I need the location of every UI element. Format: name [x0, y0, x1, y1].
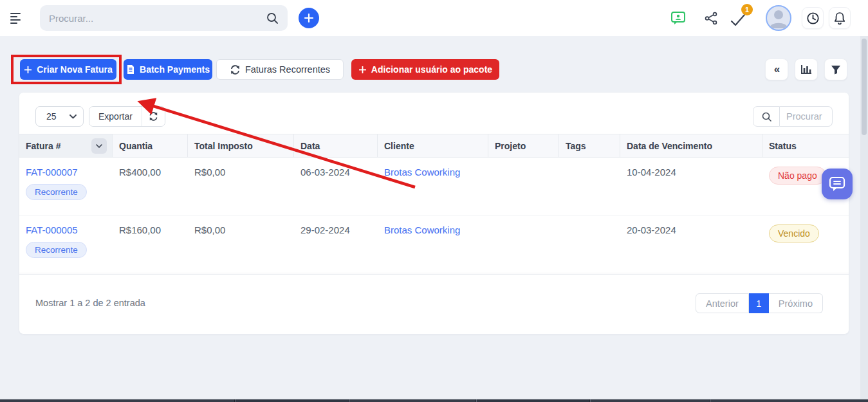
search-icon[interactable]: [266, 12, 279, 24]
todo-check-icon[interactable]: [730, 13, 746, 27]
create-invoice-button[interactable]: Criar Nova Fatura: [20, 59, 116, 80]
search-icon: [761, 111, 772, 122]
cell-client: Brotas Coworking: [378, 215, 488, 273]
share-icon[interactable]: [705, 12, 718, 25]
bell-icon: [833, 12, 846, 25]
client-link[interactable]: Brotas Coworking: [384, 224, 460, 235]
menu-icon[interactable]: [10, 13, 22, 23]
document-icon: [126, 64, 135, 75]
table-search-button[interactable]: [753, 106, 780, 127]
invoice-link[interactable]: FAT-000007: [26, 167, 78, 178]
cell-due-date: 20-03-2024: [620, 215, 762, 273]
recurring-badge: Recorrente: [26, 184, 87, 200]
column-header-client[interactable]: Cliente: [378, 134, 488, 157]
clock-icon: [806, 12, 820, 25]
recurring-badge: Recorrente: [26, 242, 87, 258]
pagination-previous[interactable]: Anterior: [696, 293, 749, 313]
column-header-total-tax[interactable]: Total Imposto: [188, 134, 294, 157]
status-badge: Não pago: [769, 167, 826, 185]
cell-tags: [559, 158, 620, 215]
client-link[interactable]: Brotas Coworking: [384, 167, 460, 178]
page-size-select[interactable]: 25: [35, 106, 84, 127]
pagination: Anterior 1 Próximo: [696, 293, 823, 313]
table-header-row: Fatura # Quantia Total Imposto Data Clie…: [19, 134, 849, 158]
timesheet-button[interactable]: [802, 7, 824, 29]
column-header-status[interactable]: Status: [762, 134, 849, 157]
cell-total-tax: R$0,00: [188, 158, 294, 215]
table-footer: Mostrar 1 a 2 de 2 entrada Anterior 1 Pr…: [19, 274, 849, 334]
scrollbar-thumb[interactable]: [862, 39, 867, 135]
scrollbar-track[interactable]: [860, 36, 868, 402]
bar-chart-icon: [800, 64, 812, 75]
batch-payments-button[interactable]: Batch Payments: [124, 59, 212, 80]
column-header-date[interactable]: Data: [294, 134, 378, 157]
add-user-package-button[interactable]: Adicionar usuário ao pacote: [351, 59, 499, 80]
filter-button[interactable]: [824, 59, 847, 80]
chat-bubble-icon: [829, 176, 845, 192]
repeat-icon: [230, 65, 241, 75]
chart-view-button[interactable]: [795, 59, 818, 80]
notifications-button[interactable]: [829, 7, 851, 29]
plus-icon: [304, 13, 314, 23]
cell-project: [488, 158, 559, 215]
cell-client: Brotas Coworking: [378, 158, 488, 215]
cell-date: 06-03-2024: [294, 158, 378, 215]
invoices-card: 25 Exportar Fatura #: [19, 93, 849, 334]
export-group: Exportar: [89, 106, 165, 127]
cell-total-tax: R$0,00: [188, 215, 294, 273]
refresh-icon: [149, 112, 158, 121]
column-header-invoice[interactable]: Fatura #: [19, 134, 113, 157]
top-navigation-bar: 1: [0, 0, 868, 36]
taskbar-edge: [0, 399, 868, 402]
chevron-down-icon: [69, 114, 77, 119]
pagination-current-page[interactable]: 1: [749, 293, 769, 313]
invoice-link[interactable]: FAT-000005: [26, 224, 78, 235]
plus-icon: [24, 66, 32, 74]
cell-status: Vencido: [762, 215, 849, 273]
filter-icon: [831, 65, 841, 75]
table-search: [753, 106, 833, 127]
quick-add-button[interactable]: [299, 8, 319, 28]
recurring-invoices-button[interactable]: Faturas Recorrentes: [216, 59, 344, 80]
status-badge: Vencido: [769, 224, 819, 242]
cell-amount: R$160,00: [113, 215, 188, 273]
chat-user-icon[interactable]: [670, 10, 686, 26]
cell-date: 29-02-2024: [294, 215, 378, 273]
table-row[interactable]: FAT-000005 Recorrente R$160,00 R$0,00 29…: [19, 215, 849, 273]
chat-widget-button[interactable]: [822, 169, 853, 199]
global-search: [40, 5, 288, 31]
column-header-project[interactable]: Projeto: [488, 134, 559, 157]
double-chevron-left-icon: «: [774, 63, 779, 76]
entries-summary: Mostrar 1 a 2 de 2 entrada: [35, 298, 145, 308]
column-header-due-date[interactable]: Data de Vencimento: [620, 134, 762, 157]
todo-count-badge: 1: [741, 4, 753, 15]
cell-invoice: FAT-000005 Recorrente: [19, 215, 113, 273]
collapse-button[interactable]: «: [765, 59, 788, 80]
cell-due-date: 10-04-2024: [620, 158, 762, 215]
pagination-next[interactable]: Próximo: [769, 293, 823, 313]
refresh-button[interactable]: [142, 107, 165, 126]
cell-invoice: FAT-000007 Recorrente: [19, 158, 113, 215]
table-search-input[interactable]: [780, 106, 833, 127]
column-header-amount[interactable]: Quantia: [113, 134, 188, 157]
column-header-tags[interactable]: Tags: [559, 134, 620, 157]
chevron-down-icon: [96, 144, 102, 148]
avatar[interactable]: [766, 5, 791, 31]
table-row[interactable]: FAT-000007 Recorrente R$400,00 R$0,00 06…: [19, 158, 849, 215]
cell-amount: R$400,00: [113, 158, 188, 215]
column-options-button[interactable]: [91, 138, 107, 154]
cell-tags: [559, 215, 620, 273]
plus-icon: [358, 66, 367, 74]
export-button[interactable]: Exportar: [89, 107, 142, 126]
cell-project: [488, 215, 559, 273]
global-search-input[interactable]: [49, 13, 266, 24]
